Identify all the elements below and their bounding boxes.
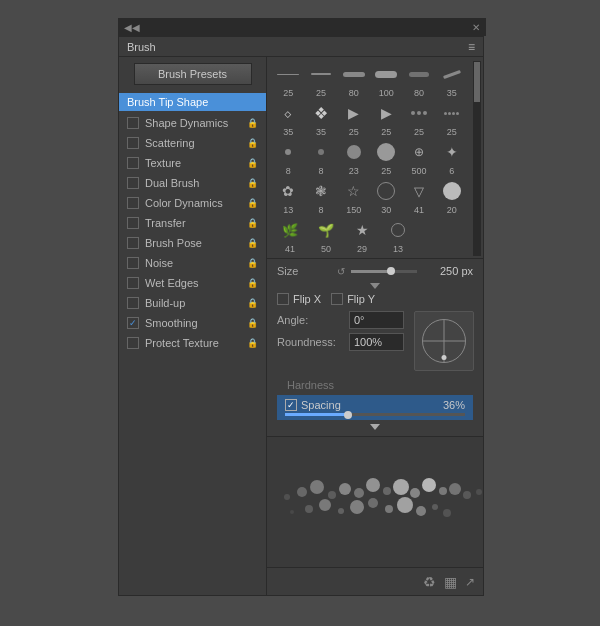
brush-item[interactable]: 80	[338, 61, 369, 98]
brush-item[interactable]: 13	[381, 217, 415, 254]
spacing-section: ✓ Spacing 36%	[277, 395, 473, 420]
brush-row-4: ✿ 13 ❃ 8 ☆ 150 30	[273, 178, 467, 215]
brush-item[interactable]: 25	[306, 61, 337, 98]
refresh-icon[interactable]: ↺	[337, 266, 345, 277]
checkbox-shape-dynamics[interactable]	[127, 117, 139, 129]
brush-item[interactable]: ★ 29	[345, 217, 379, 254]
panel-title: Brush	[127, 41, 156, 53]
checkbox-protect-texture[interactable]	[127, 337, 139, 349]
brush-item[interactable]: ✿ 13	[273, 178, 304, 215]
brush-item[interactable]: ▶ 25	[338, 100, 369, 137]
flip-x-label[interactable]: Flip X	[277, 293, 321, 305]
brush-item[interactable]: ▽ 41	[404, 178, 435, 215]
sidebar-item-wet-edges[interactable]: Wet Edges 🔒	[119, 273, 266, 293]
svg-point-4	[339, 483, 351, 495]
brush-item[interactable]: 35	[436, 61, 467, 98]
size-value: 250 px	[423, 265, 473, 277]
sidebar-item-build-up[interactable]: Build-up 🔒	[119, 293, 266, 313]
angle-roundness-circle[interactable]	[414, 311, 474, 371]
checkbox-wet-edges[interactable]	[127, 277, 139, 289]
spacing-value: 36%	[443, 399, 465, 411]
svg-point-3	[328, 491, 336, 499]
svg-point-12	[449, 483, 461, 495]
brush-item[interactable]: ⬦ 35	[273, 100, 304, 137]
flip-y-label[interactable]: Flip Y	[331, 293, 375, 305]
grid-scroll-thumb[interactable]	[474, 62, 480, 102]
brush-item[interactable]: ⊕ 500	[404, 139, 435, 176]
svg-point-22	[397, 497, 413, 513]
brush-item[interactable]: ☆ 150	[338, 178, 369, 215]
checkbox-smoothing[interactable]: ✓	[127, 317, 139, 329]
export-icon[interactable]: ↗	[465, 575, 475, 589]
brush-item[interactable]: 23	[338, 139, 369, 176]
sidebar-item-shape-dynamics[interactable]: Shape Dynamics 🔒	[119, 113, 266, 133]
brush-item[interactable]: 80	[404, 61, 435, 98]
grid-scrollbar[interactable]	[473, 61, 481, 256]
brush-row-1: 25 25 80 100	[273, 61, 467, 98]
brush-item[interactable]: 🌿 41	[273, 217, 307, 254]
brush-item[interactable]: 20	[436, 178, 467, 215]
collapse-arrows[interactable]: ◀◀	[124, 22, 140, 33]
right-panel: 25 25 80 100	[267, 57, 483, 595]
sidebar-item-texture[interactable]: Texture 🔒	[119, 153, 266, 173]
checkbox-brush-pose[interactable]	[127, 237, 139, 249]
flip-y-checkbox[interactable]	[331, 293, 343, 305]
sidebar-item-brush-tip-shape[interactable]: Brush Tip Shape	[119, 93, 266, 111]
brush-item[interactable]: ❃ 8	[306, 178, 337, 215]
roundness-row: Roundness:	[277, 333, 404, 351]
close-button[interactable]: ✕	[472, 22, 480, 33]
svg-point-8	[393, 479, 409, 495]
sidebar-item-dual-brush[interactable]: Dual Brush 🔒	[119, 173, 266, 193]
brush-item[interactable]: 25	[404, 100, 435, 137]
checkbox-color-dynamics[interactable]	[127, 197, 139, 209]
spacing-label[interactable]: ✓ Spacing	[285, 399, 443, 411]
hardness-section: Hardness	[277, 377, 473, 395]
recycle-icon[interactable]: ♻	[423, 574, 436, 590]
sidebar-item-brush-pose[interactable]: Brush Pose 🔒	[119, 233, 266, 253]
sidebar-item-noise[interactable]: Noise 🔒	[119, 253, 266, 273]
brush-item[interactable]: 30	[371, 178, 402, 215]
size-slider[interactable]	[351, 270, 417, 273]
roundness-label: Roundness:	[277, 336, 349, 348]
sidebar-item-smoothing[interactable]: ✓ Smoothing 🔒	[119, 313, 266, 333]
circle-dot	[442, 355, 447, 360]
brush-item[interactable]: 8	[306, 139, 337, 176]
sidebar-item-transfer[interactable]: Transfer 🔒	[119, 213, 266, 233]
brush-item[interactable]: 100	[371, 61, 402, 98]
brush-item[interactable]: 25	[371, 139, 402, 176]
window-chrome: ◀◀ ✕	[118, 18, 486, 36]
brush-preview-canvas	[267, 437, 483, 567]
brush-item[interactable]: ❖ 35	[306, 100, 337, 137]
brush-item[interactable]: 25	[273, 61, 304, 98]
checkbox-scattering[interactable]	[127, 137, 139, 149]
svg-point-17	[319, 499, 331, 511]
flip-y-text: Flip Y	[347, 293, 375, 305]
brush-item[interactable]: ▶ 25	[371, 100, 402, 137]
panel-menu-icon[interactable]: ≡	[468, 40, 475, 54]
grid-icon[interactable]: ▦	[444, 574, 457, 590]
spacing-slider[interactable]	[285, 413, 465, 416]
sidebar-item-protect-texture[interactable]: Protect Texture 🔒	[119, 333, 266, 353]
checkbox-dual-brush[interactable]	[127, 177, 139, 189]
brush-presets-button[interactable]: Brush Presets	[134, 63, 252, 85]
checkbox-build-up[interactable]	[127, 297, 139, 309]
label-transfer: Transfer	[145, 217, 245, 229]
angle-input[interactable]	[349, 311, 404, 329]
brush-item[interactable]: ✦ 6	[436, 139, 467, 176]
sidebar-item-scattering[interactable]: Scattering 🔒	[119, 133, 266, 153]
label-dual-brush: Dual Brush	[145, 177, 245, 189]
checkbox-texture[interactable]	[127, 157, 139, 169]
sidebar-item-color-dynamics[interactable]: Color Dynamics 🔒	[119, 193, 266, 213]
flip-x-checkbox[interactable]	[277, 293, 289, 305]
flip-x-text: Flip X	[293, 293, 321, 305]
roundness-input[interactable]	[349, 333, 404, 351]
spacing-checkbox[interactable]: ✓	[285, 399, 297, 411]
checkbox-noise[interactable]	[127, 257, 139, 269]
checkbox-transfer[interactable]	[127, 217, 139, 229]
controls-area: Size ↺ 250 px	[267, 259, 483, 436]
brush-item[interactable]: 25	[436, 100, 467, 137]
bottom-bar: ♻ ▦ ↗	[267, 567, 483, 595]
spacing-slider-row	[285, 413, 465, 416]
brush-item[interactable]: 🌱 50	[309, 217, 343, 254]
brush-item[interactable]: 8	[273, 139, 304, 176]
